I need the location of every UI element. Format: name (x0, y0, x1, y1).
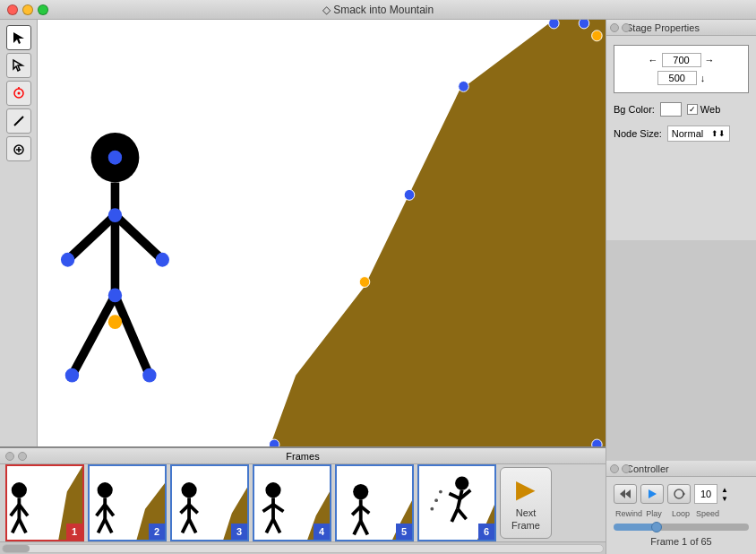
bg-color-row: Bg Color: ✓ Web (614, 102, 749, 117)
svg-point-31 (142, 368, 156, 383)
stage-props-title: Stage Properties (626, 22, 700, 33)
svg-line-45 (99, 519, 106, 532)
canvas-row (0, 20, 606, 446)
frame-thumb-1[interactable]: 1 (5, 464, 84, 541)
bottom-scrollbar[interactable] (0, 541, 606, 554)
svg-line-67 (361, 521, 368, 534)
width-input[interactable] (662, 53, 701, 67)
controller-title: Controller (626, 463, 669, 474)
edit-tool-button[interactable] (6, 108, 31, 134)
svg-line-73 (451, 509, 458, 522)
frame-indicator: Frame 1 of 65 (614, 536, 749, 547)
rewind-label: Rewind (615, 509, 639, 518)
speed-stepper[interactable]: ▲ ▼ (721, 486, 728, 503)
speed-label: Speed (696, 509, 719, 518)
select-tool-button[interactable] (6, 25, 31, 50)
main-layout: Frames 1 (0, 20, 756, 554)
svg-line-21 (68, 215, 116, 260)
svg-line-74 (458, 509, 467, 519)
controller-panel: Controller (606, 461, 756, 554)
minimize-button[interactable] (22, 4, 33, 15)
progress-slider[interactable] (614, 524, 749, 531)
stage-props-title-bar: Stage Properties (606, 20, 756, 36)
dimension-diagram: ← → ↓ (614, 45, 749, 93)
svg-marker-79 (620, 489, 625, 498)
web-checkbox[interactable]: ✓ Web (687, 104, 720, 115)
frame-num-3: 3 (231, 524, 247, 540)
add-node-tool-button[interactable] (6, 136, 31, 161)
svg-line-38 (13, 519, 20, 532)
frame-num-5: 5 (396, 524, 412, 540)
canvas-area[interactable] (38, 20, 606, 446)
right-arrow-icon: → (705, 55, 715, 65)
bg-color-label: Bg Color: (614, 104, 655, 115)
svg-point-27 (61, 253, 74, 267)
frames-min-btn[interactable] (18, 452, 27, 461)
frame-thumb-6[interactable]: 6 (417, 464, 496, 541)
svg-point-48 (182, 482, 197, 498)
controller-title-bar: Controller (606, 461, 756, 477)
width-row: ← → (649, 53, 715, 67)
speed-down-icon[interactable]: ▼ (721, 495, 728, 503)
controller-min[interactable] (622, 464, 631, 473)
svg-point-34 (12, 482, 27, 498)
svg-line-71 (449, 494, 460, 499)
web-check-icon[interactable]: ✓ (687, 104, 698, 115)
controller-buttons: ▲ ▼ (614, 484, 749, 504)
frame-thumb-4[interactable]: 4 (253, 464, 331, 541)
frame-num-2: 2 (149, 524, 165, 540)
speed-input[interactable] (694, 484, 717, 504)
frames-title: Frames (286, 451, 319, 462)
svg-point-10 (549, 20, 560, 29)
rotate-tool-button[interactable] (6, 81, 31, 106)
next-frame-button[interactable]: ▶ NextFrame (500, 467, 552, 539)
frames-bar: Frames 1 (0, 446, 606, 554)
height-input[interactable] (657, 71, 697, 85)
frames-window-controls[interactable] (5, 452, 27, 461)
bg-color-swatch[interactable] (660, 102, 682, 117)
frames-close-btn[interactable] (5, 452, 14, 461)
node-select-tool-button[interactable] (6, 53, 31, 78)
window-controls[interactable] (7, 4, 48, 15)
speed-up-icon[interactable]: ▲ (721, 486, 728, 494)
stage-props-controls[interactable] (610, 23, 631, 32)
close-button[interactable] (7, 4, 18, 15)
node-size-select[interactable]: Normal ⬆⬇ (667, 126, 730, 142)
stage-props-min[interactable] (622, 23, 631, 32)
stage-props-close[interactable] (610, 23, 619, 32)
loop-label: Loop (669, 509, 692, 518)
svg-point-55 (265, 482, 280, 498)
svg-point-15 (359, 277, 370, 288)
controller-close[interactable] (610, 464, 619, 473)
svg-line-46 (105, 519, 112, 532)
controller-labels: Rewind Play Loop Speed (614, 509, 749, 518)
left-panel: Frames 1 (0, 20, 606, 554)
frame-thumb-2[interactable]: 2 (88, 464, 167, 541)
svg-point-3 (17, 92, 20, 95)
svg-point-29 (108, 288, 122, 302)
svg-line-52 (182, 519, 189, 532)
frames-content: 1 2 (0, 464, 606, 541)
maximize-button[interactable] (38, 4, 48, 15)
down-arrow-icon: ↓ (700, 73, 706, 83)
svg-point-76 (439, 490, 442, 494)
play-button[interactable] (640, 484, 664, 504)
svg-point-77 (430, 507, 434, 511)
svg-marker-0 (13, 32, 24, 44)
frame-thumb-5[interactable]: 5 (335, 464, 414, 541)
svg-point-30 (65, 368, 79, 383)
stage-props-content: ← → ↓ Bg Color: ✓ Web (606, 36, 756, 151)
svg-point-62 (353, 484, 368, 499)
svg-point-13 (459, 81, 469, 91)
play-label: Play (642, 509, 666, 518)
controller-controls[interactable] (610, 464, 631, 473)
right-panel: Stage Properties ← → ↓ (606, 20, 756, 554)
rewind-button[interactable] (614, 484, 637, 504)
scroll-track[interactable] (2, 544, 604, 553)
progress-knob[interactable] (651, 522, 662, 532)
next-frame-arrow-icon: ▶ (516, 474, 536, 504)
frame-thumb-3[interactable]: 3 (170, 464, 249, 541)
loop-button[interactable] (667, 484, 691, 504)
scroll-thumb[interactable] (3, 545, 30, 552)
svg-point-26 (108, 208, 122, 222)
